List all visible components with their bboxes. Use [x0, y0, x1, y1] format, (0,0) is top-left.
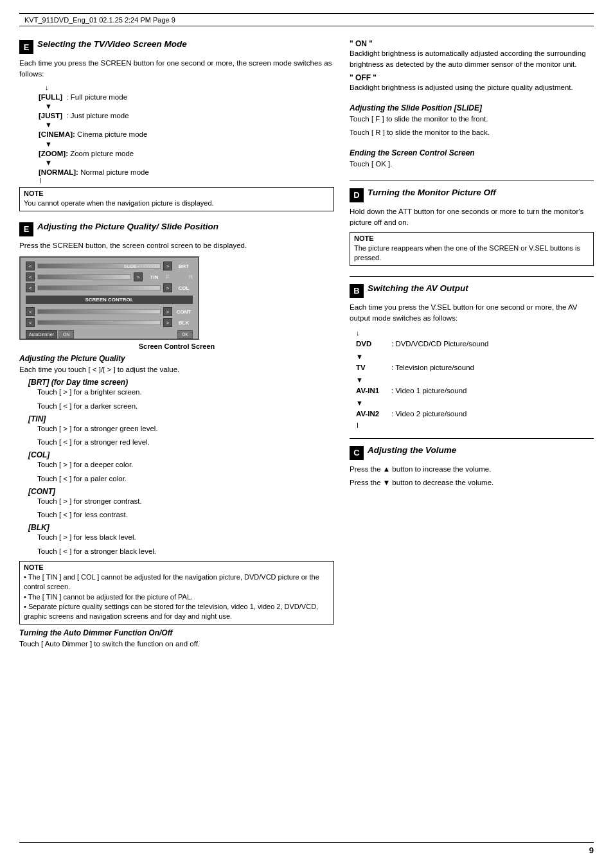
tin-line2: Touch [ < ] for a stronger red level. — [37, 437, 334, 448]
tin-label-text: [TIN] — [28, 414, 334, 423]
blk-right-btn: > — [163, 318, 172, 327]
section-e2: E Adjusting the Picture Quality/ Slide P… — [19, 222, 334, 650]
ending-title: Ending the Screen Control Screen — [350, 148, 594, 157]
mode-list: ↓ [FULL] : Full picture mode ▼ [JUST] : … — [19, 84, 334, 184]
section-c-title: Adjusting the Volume — [368, 445, 456, 455]
cont-slider — [37, 309, 161, 314]
section-e1-title: Selecting the TV/Video Screen Mode — [37, 39, 187, 49]
note-e2-line3: • Separate picture quality settings can … — [24, 602, 330, 622]
tin-line1: Touch [ > ] for a stronger green level. — [37, 423, 334, 434]
note-e1: NOTE You cannot operate when the navigat… — [19, 187, 334, 211]
mode-full: [FULL] : Full picture mode — [39, 91, 334, 103]
note-d: NOTE The picture reappears when the one … — [350, 232, 594, 266]
cont-line2: Touch [ < ] for less contrast. — [37, 509, 334, 520]
tin-section: [TIN] Touch [ > ] for a stronger green l… — [19, 414, 334, 448]
top-bar: KVT_911DVD_Eng_01 02.1.25 2:24 PM Page 9 — [19, 13, 594, 26]
note-e1-label: NOTE — [24, 190, 330, 197]
on-off-section: " ON " Backlight brightness is automatic… — [350, 39, 594, 93]
auto-dimmer-btn[interactable]: AutoDimmer — [26, 330, 57, 339]
arrow-1: ↓ — [45, 84, 334, 91]
note-d-label: NOTE — [354, 235, 589, 242]
tin-label: TIN — [145, 274, 163, 280]
col-slider — [37, 285, 161, 290]
note-e2-line2: • The [ TIN ] cannot be adjusted for the… — [24, 592, 330, 602]
arrow-5: ▼ — [45, 159, 334, 166]
section-c-badge: C — [350, 446, 364, 460]
col-right-btn: > — [163, 283, 172, 292]
section-c-line2: Press the ▼ button to decrease the volum… — [350, 477, 594, 488]
adjust-pq-body: Each time you touch [ < ]/[ > ] to adjus… — [19, 364, 334, 375]
section-e1-body: Each time you press the SCREEN button fo… — [19, 58, 334, 80]
blk-label-text: [BLK] — [28, 523, 334, 532]
brt-slider: SLIDE - - - - - - - - — [37, 263, 161, 269]
slide-line2: Touch [ R ] to slide the monitor to the … — [350, 127, 594, 138]
col-left-btn: < — [26, 283, 35, 292]
tin-slider — [37, 274, 131, 279]
section-b: B Switching the AV Output Each time you … — [350, 283, 594, 428]
r-label: R — [189, 274, 193, 280]
on-label: " ON " — [350, 39, 594, 48]
section-e2-title: Adjusting the Picture Quality/ Slide Pos… — [37, 222, 218, 231]
blk-line1: Touch [ > ] for less black level. — [37, 532, 334, 543]
brt-section: [BRT] (for Day time screen) Touch [ > ] … — [19, 378, 334, 412]
col-line2: Touch [ < ] for a paler color. — [37, 474, 334, 484]
on-btn[interactable]: ON — [58, 330, 75, 339]
tin-left-btn: < — [26, 272, 35, 281]
section-e2-badge: E — [19, 222, 33, 236]
av-row-avin2: AV-IN2 : Video 2 picture/sound — [356, 408, 594, 420]
section-e1: E Selecting the TV/Video Screen Mode Eac… — [19, 39, 334, 211]
brt-right-btn: > — [163, 261, 172, 270]
section-b-title: Switching the AV Output — [368, 283, 468, 293]
section-e2-body: Press the SCREEN button, the screen cont… — [19, 240, 334, 251]
cont-right-btn: > — [163, 307, 172, 316]
slide-title: Adjusting the Slide Position [SLIDE] — [350, 103, 594, 112]
section-c-line1: Press the ▲ button to increase the volum… — [350, 464, 594, 475]
arrow-2: ▼ — [45, 103, 334, 110]
page-number-bar: 9 — [19, 842, 594, 855]
section-d: D Turning the Monitor Picture Off Hold d… — [350, 188, 594, 266]
tin-right-btn: > — [134, 272, 143, 281]
brt-line2: Touch [ < ] for a darker screen. — [37, 401, 334, 412]
f-label: F — [166, 274, 170, 280]
slide-line1: Touch [ F ] to slide the monitor to the … — [350, 114, 594, 125]
mode-just: [JUST] : Just picture mode — [39, 110, 334, 121]
av-row-tv: TV : Television picture/sound — [356, 362, 594, 373]
blk-left-btn: < — [26, 318, 35, 327]
section-e1-badge: E — [19, 40, 33, 54]
cont-line1: Touch [ > ] for stronger contrast. — [37, 496, 334, 507]
cont-label: CONT — [175, 309, 193, 315]
mode-zoom: [ZOOM]: Zoom picture mode — [39, 148, 334, 159]
on-body: Backlight brightness is automatically ad… — [350, 48, 594, 71]
blk-line2: Touch [ < ] for a stronger black level. — [37, 546, 334, 557]
note-e2-label: NOTE — [24, 563, 330, 571]
note-e1-text: You cannot operate when the navigation p… — [24, 199, 330, 208]
cont-label-text: [CONT] — [28, 487, 334, 496]
mode-normal: [NORMAL]: Normal picture mode — [39, 166, 334, 178]
blk-label: BLK — [175, 320, 193, 326]
left-column: E Selecting the TV/Video Screen Mode Eac… — [19, 39, 334, 660]
mode-cinema: [CINEMA]: Cinema picture mode — [39, 128, 334, 140]
ok-btn[interactable]: OK — [177, 330, 193, 339]
slide-section: Adjusting the Slide Position [SLIDE] Tou… — [350, 103, 594, 139]
av-row-dvd: DVD : DVD/VCD/CD Picture/sound — [356, 338, 594, 350]
screen-control-bar: SCREEN CONTROL — [26, 296, 193, 304]
brt-label: BRT — [175, 263, 193, 269]
ending-section: Ending the Screen Control Screen Touch [… — [350, 148, 594, 170]
adjust-pq-title: Adjusting the Picture Quality — [19, 354, 334, 363]
cont-section: [CONT] Touch [ > ] for stronger contrast… — [19, 487, 334, 521]
top-bar-text: KVT_911DVD_Eng_01 02.1.25 2:24 PM Page 9 — [24, 16, 175, 24]
ending-body: Touch [ OK ]. — [350, 159, 594, 170]
col-section: [COL] Touch [ > ] for a deeper color. To… — [19, 450, 334, 484]
screen-control-image: < SLIDE - - - - - - - - > BRT < > — [19, 256, 199, 340]
note-e2: NOTE • The [ TIN ] and [ COL ] cannot be… — [19, 561, 334, 624]
av-row-avin1: AV-IN1 : Video 1 picture/sound — [356, 385, 594, 396]
off-label: " OFF " — [350, 73, 594, 82]
col-label: COL — [175, 285, 193, 291]
screen-control-caption: Screen Control Screen — [19, 342, 334, 350]
col-line1: Touch [ > ] for a deeper color. — [37, 459, 334, 470]
section-d-title: Turning the Monitor Picture Off — [368, 188, 496, 197]
section-b-badge: B — [350, 284, 364, 298]
auto-dimmer-body: Touch [ Auto Dimmer ] to switch the func… — [19, 639, 334, 650]
note-e2-line1: • The [ TIN ] and [ COL ] cannot be adju… — [24, 572, 330, 592]
col-label-text: [COL] — [28, 450, 334, 459]
